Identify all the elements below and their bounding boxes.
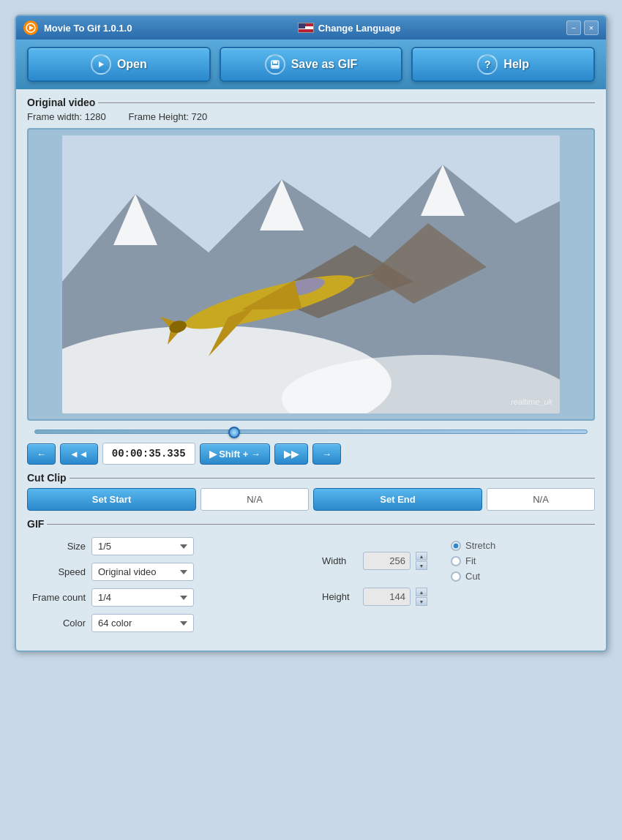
width-spinner: ▲ ▼ xyxy=(416,552,427,570)
frame-width-label: Frame width: xyxy=(27,111,82,122)
fit-option[interactable]: Fit xyxy=(451,555,495,566)
speed-row: Speed Original video 0.5x 2x 4x xyxy=(27,563,300,581)
height-label: Height xyxy=(322,591,359,602)
frame-count-row: Frame count 1/4 1/3 1/2 1/1 xyxy=(27,588,300,607)
open-button[interactable]: Open xyxy=(27,47,211,82)
height-down-button[interactable]: ▼ xyxy=(416,597,427,606)
height-input[interactable] xyxy=(363,588,411,606)
cut-radio[interactable] xyxy=(451,571,461,582)
gif-right-column: Width ▲ ▼ Stretch xyxy=(322,537,595,640)
svg-rect-5 xyxy=(272,65,278,67)
playback-controls: ← ◄◄ 00:00:35.335 ▶ Shift + → ▶▶ → xyxy=(27,443,595,465)
width-label: Width xyxy=(322,555,359,566)
cut-clip-section: Cut Clip Set Start N/A Set End N/A xyxy=(27,472,595,511)
play-shift-button[interactable]: ▶ Shift + → xyxy=(200,443,270,465)
end-value: N/A xyxy=(487,488,595,511)
content-area: Original video Frame width: 1280 Frame H… xyxy=(16,89,606,650)
stretch-option[interactable]: Stretch xyxy=(451,540,495,551)
gif-left-column: Size 1/5 1/4 1/3 1/2 1/1 Speed Original … xyxy=(27,537,300,640)
toolbar: Open Save as GIF ? Help xyxy=(16,40,606,89)
flag-icon xyxy=(298,23,314,33)
speed-select[interactable]: Original video 0.5x 2x 4x xyxy=(91,563,194,581)
help-icon: ? xyxy=(477,54,498,75)
svg-rect-4 xyxy=(273,61,277,64)
slider-thumb[interactable] xyxy=(228,427,240,438)
width-row: Width ▲ ▼ Stretch xyxy=(322,540,595,582)
time-display: 00:00:35.335 xyxy=(102,443,195,465)
fit-radio[interactable] xyxy=(451,556,461,566)
size-row: Size 1/5 1/4 1/3 1/2 1/1 xyxy=(27,537,300,555)
save-gif-button[interactable]: Save as GIF xyxy=(220,47,403,82)
cut-controls: Set Start N/A Set End N/A xyxy=(27,488,595,511)
color-label: Color xyxy=(27,618,86,629)
stretch-radio-group: Stretch Fit Cut xyxy=(443,540,495,582)
svg-marker-2 xyxy=(99,61,104,67)
app-icon xyxy=(23,20,38,35)
set-start-button[interactable]: Set Start xyxy=(27,488,196,511)
gif-section-title: GIF xyxy=(27,518,595,530)
video-container: realtime_uk xyxy=(27,128,595,421)
stretch-radio[interactable] xyxy=(451,541,461,551)
main-window: Movie To Gif 1.0.1.0 Change Language − ×… xyxy=(15,15,607,652)
color-row: Color 64 color 128 color 256 color xyxy=(27,614,300,632)
frame-height-label: Frame Height: xyxy=(129,111,189,122)
window-controls: − × xyxy=(566,20,599,35)
height-up-button[interactable]: ▲ xyxy=(416,588,427,596)
fit-label: Fit xyxy=(465,555,476,566)
title-bar-left: Movie To Gif 1.0.1.0 xyxy=(23,20,132,35)
gif-section: GIF Size 1/5 1/4 1/3 1/2 1/1 xyxy=(27,518,595,640)
svg-marker-1 xyxy=(29,26,34,30)
video-frame: realtime_uk xyxy=(62,135,560,413)
height-spinner: ▲ ▼ xyxy=(416,588,427,606)
size-select[interactable]: 1/5 1/4 1/3 1/2 1/1 xyxy=(91,537,194,555)
cut-option[interactable]: Cut xyxy=(451,571,495,582)
language-label: Change Language xyxy=(318,23,401,34)
height-row: Height ▲ ▼ xyxy=(322,588,595,606)
frame-count-label: Frame count xyxy=(27,592,86,603)
language-selector[interactable]: Change Language xyxy=(298,23,401,34)
save-gif-label: Save as GIF xyxy=(291,58,358,71)
cut-clip-section-title: Cut Clip xyxy=(27,472,595,484)
prev-frame-button[interactable]: ← xyxy=(27,443,56,465)
rewind-button[interactable]: ◄◄ xyxy=(60,443,98,465)
help-label: Help xyxy=(503,58,529,71)
width-up-button[interactable]: ▲ xyxy=(416,552,427,560)
start-value: N/A xyxy=(201,488,309,511)
cut-clip-title-text: Cut Clip xyxy=(27,472,67,484)
video-watermark: realtime_uk xyxy=(511,397,552,406)
original-video-section-title: Original video xyxy=(27,97,595,108)
slider-container xyxy=(27,427,595,437)
save-icon xyxy=(265,54,285,75)
gif-title-text: GIF xyxy=(27,518,44,530)
original-video-title-text: Original video xyxy=(27,97,95,108)
frame-height-value: 720 xyxy=(192,111,208,122)
open-label: Open xyxy=(117,58,147,71)
title-bar: Movie To Gif 1.0.1.0 Change Language − × xyxy=(16,16,606,40)
frame-info: Frame width: 1280 Frame Height: 720 xyxy=(27,111,595,122)
video-slider[interactable] xyxy=(34,430,588,434)
frame-width-value: 1280 xyxy=(85,111,106,122)
stretch-label: Stretch xyxy=(465,540,495,551)
speed-label: Speed xyxy=(27,566,86,577)
set-end-button[interactable]: Set End xyxy=(313,488,482,511)
flag-canton xyxy=(299,23,305,29)
video-content xyxy=(62,135,560,413)
app-title: Movie To Gif 1.0.1.0 xyxy=(44,23,132,34)
scale-radio-group: Stretch Fit Cut xyxy=(451,540,495,582)
frame-count-select[interactable]: 1/4 1/3 1/2 1/1 xyxy=(91,588,194,607)
fast-forward-button[interactable]: ▶▶ xyxy=(274,443,308,465)
close-button[interactable]: × xyxy=(584,20,599,35)
help-button[interactable]: ? Help xyxy=(411,47,595,82)
width-input[interactable] xyxy=(363,552,411,570)
play-icon xyxy=(91,54,111,75)
width-down-button[interactable]: ▼ xyxy=(416,561,427,570)
next-frame-button[interactable]: → xyxy=(312,443,341,465)
size-label: Size xyxy=(27,541,86,552)
cut-label: Cut xyxy=(465,571,480,582)
color-select[interactable]: 64 color 128 color 256 color xyxy=(91,614,194,632)
minimize-button[interactable]: − xyxy=(566,20,581,35)
